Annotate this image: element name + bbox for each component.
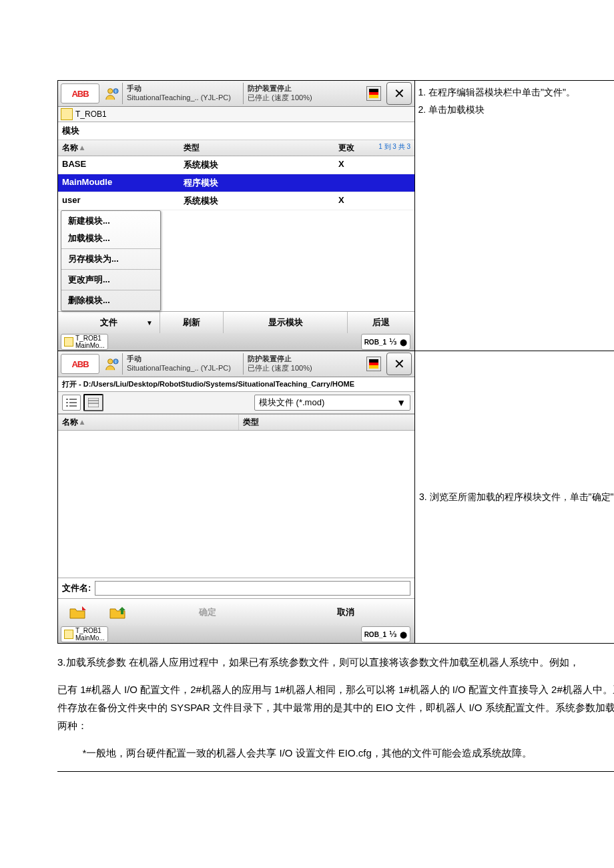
tray-tab[interactable]: T_ROB1MainMo... — [61, 626, 108, 642]
file-menu: 新建模块... 加载模块... 另存模块为... 更改声明... 删除模块... — [61, 210, 161, 311]
svg-point-0 — [108, 89, 113, 93]
table-row[interactable]: user 系统模块 X — [58, 192, 414, 210]
task-name: T_ROB1 — [75, 110, 107, 119]
motor-icon: ⬤ — [400, 339, 407, 346]
svg-rect-10 — [66, 405, 68, 407]
screenshot-1: ABB i 手动 SituationalTeaching_.. (YJL-PC)… — [58, 81, 415, 351]
file-filter[interactable]: 模块文件 (*.mod)▼ — [254, 395, 410, 411]
task-bar: T_ROB1 — [58, 107, 414, 122]
svg-text:i: i — [115, 89, 116, 93]
svg-rect-7 — [69, 399, 77, 400]
ok-button[interactable]: 确定 — [138, 606, 276, 618]
svg-rect-12 — [88, 398, 99, 407]
file-list-empty — [58, 431, 414, 578]
table-header: 名称 类型 — [58, 414, 414, 431]
screenshot-2: ABB i 手动SituationalTeaching_.. (YJL-PC) … — [58, 351, 415, 644]
view-list-icon[interactable] — [62, 395, 81, 411]
file-button[interactable]: 文件 — [58, 312, 160, 333]
table-row[interactable]: BASE 系统模块 X — [58, 156, 414, 174]
open-path: 打开 - D:/Users/Liu/Desktop/RobotStudio/Sy… — [58, 377, 414, 392]
svg-text:i: i — [115, 359, 116, 364]
lang-flag[interactable] — [366, 86, 381, 101]
abb-logo: ABB — [61, 83, 99, 103]
module-icon — [61, 108, 73, 120]
cancel-button[interactable]: 取消 — [276, 606, 414, 618]
new-folder-icon[interactable] — [58, 605, 98, 620]
svg-rect-8 — [66, 402, 68, 403]
refresh-button[interactable]: 刷新 — [160, 312, 224, 333]
back-button[interactable]: 后退 — [348, 312, 414, 333]
svg-rect-11 — [69, 405, 77, 407]
show-module-button[interactable]: 显示模块 — [224, 312, 348, 333]
tray: T_ROB1MainMo... ROB_1 ⅓ ⬤ — [58, 333, 414, 351]
body-p2: 已有 1#机器人 I/O 配置文件，2#机器人的应用与 1#机器人相同，那么可以… — [57, 680, 614, 734]
abb-logo: ABB — [61, 354, 99, 374]
titlebar: ABB i 手动 SituationalTeaching_.. (YJL-PC)… — [58, 81, 414, 107]
filename-input[interactable] — [95, 581, 410, 596]
annotation-1: 在程序编辑器模块栏中单击"文件"。 单击加载模块 — [415, 81, 615, 351]
close-button[interactable]: ✕ — [386, 82, 412, 105]
chevron-down-icon: ▼ — [396, 397, 406, 408]
menu-change-decl[interactable]: 更改声明... — [61, 271, 160, 288]
user-icon: i — [102, 83, 122, 103]
menu-delete-module[interactable]: 删除模块... — [61, 292, 160, 309]
tray-robot[interactable]: ROB_1 ⅓ ⬤ — [361, 334, 410, 350]
svg-rect-9 — [69, 402, 77, 403]
view-detail-icon[interactable] — [83, 394, 103, 411]
close-button[interactable]: ✕ — [386, 353, 412, 375]
up-folder-icon[interactable] — [98, 605, 138, 620]
lang-flag[interactable] — [366, 357, 381, 371]
speed-icon: ⅓ — [389, 337, 397, 347]
table-header: 名称 类型 更改1 到 3 共 3 — [58, 140, 414, 156]
body-p1: 3.加载系统参数 在机器人应用过程中，如果已有系统参数文件，则可以直接将该参数文… — [57, 653, 614, 671]
tray-tab[interactable]: T_ROB1MainMo... — [61, 334, 108, 350]
body-p3: *一般地，两台硬件配置一致的机器人会共享 I/O 设置文件 EIO.cfg，其他… — [57, 744, 614, 762]
annotation-2: 3. 浏览至所需加载的程序模块文件，单击"确定"按钮。 — [415, 351, 615, 644]
svg-rect-6 — [66, 399, 68, 400]
menu-save-as[interactable]: 另存模块为... — [61, 250, 160, 268]
filename-label: 文件名: — [62, 582, 91, 594]
menu-load-module[interactable]: 加载模块... — [61, 230, 160, 247]
tray-robot[interactable]: ROB_1 ⅓⬤ — [361, 626, 410, 642]
svg-point-3 — [108, 359, 113, 364]
table-row[interactable]: MainMoudle 程序模块 — [58, 174, 414, 192]
menu-new-module[interactable]: 新建模块... — [61, 212, 160, 230]
user-icon: i — [102, 354, 122, 374]
module-label: 模块 — [58, 122, 414, 140]
